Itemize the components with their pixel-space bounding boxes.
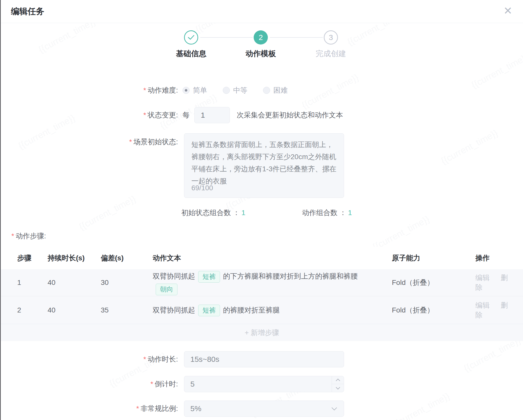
step-label-basic-info: 基础信息: [158, 49, 224, 59]
cell-operations: 编辑 删除: [475, 301, 523, 320]
required-mark: *: [143, 355, 146, 363]
difficulty-label: *动作难度:: [11, 85, 178, 95]
countdown-label: *倒计时:: [11, 376, 178, 392]
unusual-ratio-select[interactable]: 5%: [184, 401, 344, 417]
close-icon[interactable]: ✕: [504, 6, 512, 16]
steps-table-header: 步骤 持续时长(s) 偏差(s) 动作文本 原子能力 操作: [1, 247, 523, 269]
step-label-finish-create: 完成创建: [298, 49, 364, 59]
table-row: 1 40 30 双臂协同抓起短裤的下方裤腿和裤腰对折到上方的裤腿和裤腰朝向 Fo…: [1, 269, 523, 296]
step-number: 2: [259, 33, 263, 42]
unusual-ratio-label: *非常规比例:: [11, 401, 178, 417]
edit-button[interactable]: 编辑: [475, 274, 490, 282]
action-combo-count: 动作组合数 ：1: [302, 207, 352, 218]
col-header-deviation: 偏差(s): [101, 253, 153, 263]
screen-left-edge: [0, 0, 1, 420]
required-mark: *: [136, 405, 139, 412]
radio-difficulty-medium[interactable]: 中等: [223, 86, 247, 95]
state-change-label: *状态变更:: [11, 107, 178, 123]
radio-difficulty-hard[interactable]: 困难: [263, 86, 288, 95]
countdown-input[interactable]: 5: [184, 376, 344, 392]
keyword-tag: 短裤: [198, 305, 220, 316]
unusual-ratio-value: 5%: [190, 404, 201, 413]
state-change-prefix: 每: [183, 107, 190, 123]
add-step-button[interactable]: + 新增步骤: [1, 324, 523, 341]
cell-atomic-ability: Fold（折叠）: [392, 278, 475, 287]
col-header-duration: 持续时长(s): [48, 253, 101, 263]
required-mark: *: [143, 86, 146, 94]
stepper-down-button[interactable]: [332, 384, 344, 392]
cell-step: 2: [17, 306, 48, 314]
chevron-down-icon: [336, 385, 340, 389]
countdown-value: 5: [190, 380, 195, 388]
cell-action-text: 双臂协同抓起短裤的下方裤腿和裤腰对折到上方的裤腿和裤腰朝向: [153, 270, 392, 295]
stepper-connector: [270, 37, 323, 38]
chevron-down-icon: [332, 405, 337, 410]
cell-atomic-ability: Fold（折叠）: [392, 305, 475, 315]
step-number: 3: [329, 33, 333, 42]
cell-action-text: 双臂协同抓起短裤的裤腰对折至裤腿: [153, 304, 392, 317]
cell-deviation: 30: [101, 279, 153, 287]
radio-difficulty-easy[interactable]: 简单: [183, 86, 207, 95]
scene-initial-textarea[interactable]: 短裤五条数据背面朝上，五条数据正面朝上，裤腰朝右，离头部视野下方至少20cm之外…: [184, 133, 344, 198]
col-header-operations: 操作: [475, 253, 523, 263]
chevron-up-icon: [336, 379, 340, 383]
required-mark: *: [143, 111, 146, 119]
required-mark: *: [129, 138, 132, 146]
cell-duration: 40: [48, 306, 101, 314]
radio-icon: [223, 87, 230, 94]
required-mark: *: [11, 232, 14, 240]
state-change-input[interactable]: 1: [194, 107, 230, 123]
col-header-action-text: 动作文本: [153, 253, 392, 263]
cell-step: 1: [17, 279, 48, 287]
scene-initial-label: *场景初始状态:: [11, 137, 178, 147]
step-indicator-3: 3: [324, 30, 338, 45]
action-combo-value: 1: [348, 209, 352, 217]
step-label-action-template: 动作模板: [228, 49, 294, 59]
action-steps-label: *动作步骤:: [11, 231, 46, 241]
cell-duration: 40: [48, 279, 101, 287]
keyword-tag: 朝向: [156, 284, 177, 295]
action-duration-input[interactable]: 15s~80s: [184, 351, 344, 367]
cell-deviation: 35: [101, 306, 153, 314]
number-stepper: [332, 376, 344, 392]
col-header-step: 步骤: [17, 253, 48, 263]
step-indicator-1: [184, 30, 198, 45]
char-counter: 69/100: [191, 182, 213, 194]
check-icon: [188, 35, 194, 40]
watermark-text: {{current_time}}: [470, 52, 523, 91]
state-change-suffix: 次采集会更新初始状态和动作文本: [237, 107, 343, 123]
dialog-header: 编辑任务 ✕: [1, 0, 523, 23]
col-header-atomic-ability: 原子能力: [392, 253, 475, 263]
action-duration-label: *动作时长:: [11, 351, 178, 367]
dialog-title: 编辑任务: [11, 0, 44, 23]
stepper-up-button[interactable]: [332, 376, 344, 384]
radio-icon: [183, 87, 190, 94]
stepper-connector: [200, 37, 253, 38]
step-indicator-2: 2: [254, 30, 268, 45]
edit-button[interactable]: 编辑: [475, 301, 490, 309]
table-row: 2 40 35 双臂协同抓起短裤的裤腰对折至裤腿 Fold（折叠） 编辑 删除: [1, 296, 523, 324]
keyword-tag: 短裤: [198, 271, 220, 283]
difficulty-radio-group: 简单 中等 困难: [183, 85, 303, 95]
required-mark: *: [150, 380, 153, 388]
initial-state-combo-count: 初始状态组合数 ：1: [181, 207, 245, 218]
scene-initial-text: 短裤五条数据背面朝上，五条数据正面朝上，裤腰朝右，离头部视野下方至少20cm之外…: [191, 141, 336, 185]
cell-operations: 编辑 删除: [475, 273, 523, 292]
initial-combo-value: 1: [242, 209, 246, 217]
radio-icon: [263, 87, 270, 94]
